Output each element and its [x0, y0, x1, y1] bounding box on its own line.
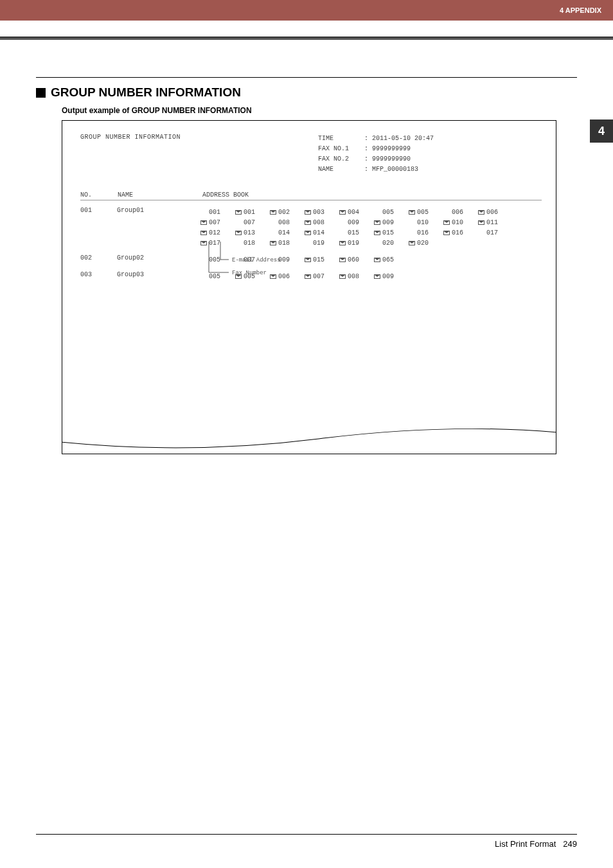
- printout-meta-value: : 9999999999: [364, 144, 411, 154]
- address-number: 005: [209, 273, 220, 280]
- chapter-tab-number: 4: [598, 125, 605, 138]
- address-cell: 009: [374, 217, 409, 227]
- address-number: 009: [382, 273, 394, 280]
- address-cell: 018: [270, 238, 305, 248]
- address-number: 004: [348, 209, 359, 216]
- address-number: 001: [244, 209, 255, 216]
- address-number: 018: [278, 240, 290, 247]
- envelope-icon: [409, 241, 415, 245]
- address-number: 020: [417, 240, 429, 247]
- address-number: 006: [452, 209, 463, 216]
- header-divider: [0, 37, 613, 40]
- address-number: 005: [209, 256, 220, 263]
- address-number: 006: [486, 209, 498, 216]
- address-number: 008: [278, 219, 290, 226]
- address-cell: 005: [200, 271, 235, 281]
- printout-meta-value: : MFP_00000183: [364, 164, 418, 175]
- envelope-icon: [339, 274, 346, 279]
- address-number: 005: [382, 209, 394, 216]
- envelope-icon: [478, 210, 484, 215]
- envelope-icon: [443, 231, 450, 235]
- address-cell: 006: [443, 207, 478, 217]
- address-number: 003: [313, 209, 324, 216]
- address-cell: 019: [305, 238, 339, 248]
- header-tab-label: 4 APPENDIX: [560, 6, 601, 14]
- address-cell: 012: [200, 227, 235, 238]
- address-number: 060: [348, 256, 359, 263]
- col-header-addressbook: ADDRESS BOOK: [202, 191, 249, 199]
- printout-title: GROUP NUMBER INFORMATION: [80, 134, 318, 141]
- address-cell: 017: [200, 238, 235, 248]
- address-number: 001: [209, 209, 220, 216]
- address-number: 015: [313, 256, 324, 263]
- address-cell: 015: [374, 227, 409, 238]
- envelope-icon: [270, 274, 276, 279]
- envelope-icon: [374, 258, 380, 262]
- address-cell: 060: [339, 254, 374, 265]
- address-cell: 005: [374, 207, 409, 217]
- address-number: 007: [209, 219, 220, 226]
- address-grid: 0010010020030040050050060060070070080080…: [200, 207, 542, 248]
- address-number: 002: [278, 209, 290, 216]
- printout-example: GROUP NUMBER INFORMATION TIME: 2011-05-1…: [62, 120, 556, 454]
- address-number: 010: [452, 219, 463, 226]
- address-number: 006: [278, 273, 290, 280]
- printout-meta-row: FAX NO.1: 9999999999: [318, 144, 434, 154]
- address-cell: 006: [270, 271, 305, 281]
- address-cell: 019: [339, 238, 374, 248]
- address-number: 008: [313, 219, 324, 226]
- address-number: 005: [417, 209, 429, 216]
- address-number: 020: [382, 240, 394, 247]
- address-number: 019: [313, 240, 324, 247]
- group-row: 003Group03005005006007008009: [80, 271, 542, 281]
- envelope-icon: [409, 210, 415, 215]
- address-number: 008: [348, 273, 359, 280]
- address-cell: 011: [478, 217, 513, 227]
- address-cell: 020: [374, 238, 409, 248]
- address-number: 065: [382, 256, 394, 263]
- address-cell: 013: [235, 227, 270, 238]
- envelope-icon: [200, 231, 207, 235]
- col-header-no: NO.: [80, 191, 118, 199]
- envelope-icon: [235, 210, 242, 215]
- address-cell: 015: [339, 227, 374, 238]
- square-bullet-icon: [36, 88, 46, 98]
- printout-table-header: NO. NAME ADDRESS BOOK: [80, 191, 542, 200]
- address-cell: 009: [374, 271, 409, 281]
- address-cell: 004: [339, 207, 374, 217]
- page-break-curve: [62, 416, 556, 454]
- printout-meta-label: NAME: [318, 164, 364, 175]
- address-cell: 008: [339, 271, 374, 281]
- address-grid: 005005006007008009: [200, 271, 542, 281]
- address-number: 017: [209, 240, 220, 247]
- address-number: 014: [278, 229, 290, 236]
- address-cell: 014: [305, 227, 339, 238]
- address-number: 011: [486, 219, 498, 226]
- address-cell: 020: [409, 238, 443, 248]
- address-cell: 009: [270, 254, 305, 265]
- address-number: 007: [313, 273, 324, 280]
- address-cell: 010: [443, 217, 478, 227]
- address-number: 007: [244, 219, 255, 226]
- printout-meta-label: TIME: [318, 134, 364, 144]
- envelope-icon: [200, 241, 207, 245]
- envelope-icon: [235, 274, 242, 279]
- envelope-icon: [305, 231, 311, 235]
- address-number: 015: [382, 229, 394, 236]
- section-heading-row: GROUP NUMBER INFORMATION: [36, 85, 577, 100]
- address-number: 014: [313, 229, 324, 236]
- envelope-icon: [270, 210, 276, 215]
- envelope-icon: [200, 220, 207, 225]
- envelope-icon: [339, 258, 346, 262]
- address-grid: 005007009015060065: [200, 254, 542, 265]
- address-cell: 001: [235, 207, 270, 217]
- address-cell: 007: [200, 217, 235, 227]
- address-cell: 007: [305, 271, 339, 281]
- envelope-icon: [374, 274, 380, 279]
- address-cell: 008: [305, 217, 339, 227]
- address-cell: 005: [200, 254, 235, 265]
- section-title: GROUP NUMBER INFORMATION: [51, 85, 241, 100]
- address-cell: 005: [235, 271, 270, 281]
- printout-meta-value: : 9999999990: [364, 154, 411, 164]
- address-number: 017: [486, 229, 498, 236]
